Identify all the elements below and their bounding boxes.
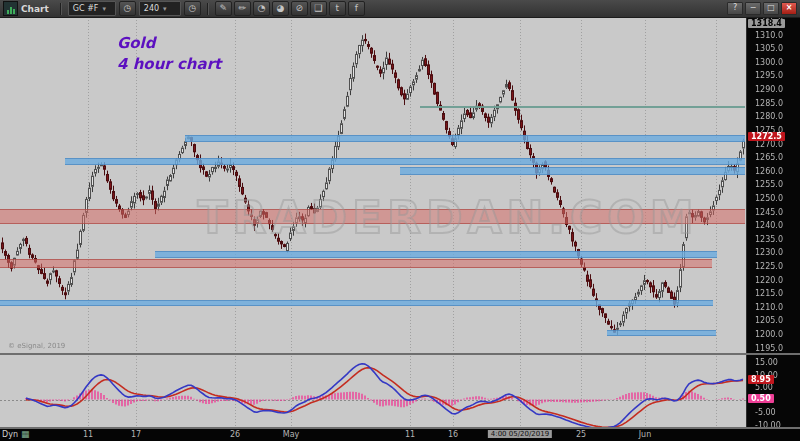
chevron-down-icon: ▾ — [163, 5, 167, 13]
red-supply-zone-1226[interactable] — [0, 259, 712, 268]
annotation-line1: Gold — [117, 33, 221, 54]
blue-resistance-zone-1260[interactable] — [400, 167, 745, 175]
toolbar-separator — [207, 3, 209, 15]
toolbar-separator — [60, 3, 62, 15]
help-button[interactable]: ? — [727, 2, 743, 15]
session-high-tag: 1318.4 — [748, 19, 785, 28]
chevron-down-icon: ▾ — [102, 5, 106, 13]
time-axis-label: Jun — [639, 430, 652, 439]
axis-label: 1195.0 — [755, 344, 783, 353]
axis-label: 1235.0 — [755, 235, 783, 244]
time-axis[interactable]: Dyn ▦ 111726May111625Jun4:00 05/20/2019 — [0, 429, 800, 441]
axis-label: 1255.0 — [755, 180, 783, 189]
pencil-icon[interactable]: ✎ — [215, 1, 232, 16]
axis-label: 1240.0 — [755, 221, 783, 230]
comment-icon[interactable]: ❑ — [310, 1, 327, 16]
circle-tool-icon[interactable]: ◔ — [253, 1, 270, 16]
facebook-icon[interactable]: f — [348, 1, 365, 16]
time-axis-label: May — [283, 430, 300, 439]
axis-label: 1300.0 — [755, 58, 783, 67]
symbol-select[interactable]: GC #F ▾ — [68, 1, 116, 16]
freehand-draw-icon[interactable]: ✏ — [234, 1, 251, 16]
axis-label: 1265.0 — [755, 153, 783, 162]
close-button[interactable]: × — [781, 2, 797, 15]
toolbar: Chart GC #F ▾ ◷ 240 ▾ ◷ ✎✏◔◕⊘❑tf ?−□× — [0, 0, 800, 18]
blue-support-zone-1229[interactable] — [155, 251, 717, 258]
symbol-value: GC #F — [73, 4, 99, 13]
axis-label: 1305.0 — [755, 44, 783, 53]
axis-label: 1310.0 — [755, 31, 783, 40]
app-title: Chart — [21, 4, 49, 14]
toolbar-left-group: Chart GC #F ▾ ◷ 240 ▾ ◷ ✎✏◔◕⊘❑tf — [0, 0, 365, 17]
axis-label: 1290.0 — [755, 85, 783, 94]
time-axis-label: 26 — [230, 430, 240, 439]
chart-annotation[interactable]: Gold 4 hour chart — [117, 33, 221, 75]
session-grid-icon: ▦ — [21, 430, 30, 439]
copyright-text: © eSignal, 2019 — [8, 342, 65, 350]
interval-value: 240 — [144, 4, 159, 13]
panel-separator[interactable] — [0, 353, 800, 355]
blue-resistance-zone-1264[interactable] — [65, 158, 745, 165]
teal-resistance-line-1283[interactable] — [420, 106, 745, 108]
time-template-icon[interactable]: ◷ — [119, 1, 136, 16]
axis-label: 1205.0 — [755, 316, 783, 325]
time-axis-label: 17 — [131, 430, 141, 439]
blue-support-zone-1211[interactable] — [0, 300, 713, 307]
axis-label: 1250.0 — [755, 194, 783, 203]
axis-label: -5.00 — [755, 408, 776, 417]
price-axis[interactable]: 1315.01310.01305.01300.01295.01290.01285… — [746, 17, 800, 429]
axis-label: 1215.0 — [755, 289, 783, 298]
twitter-icon[interactable]: t — [329, 1, 346, 16]
time-axis-label: 11 — [405, 430, 415, 439]
signal-line-tag: 8.95 — [748, 375, 774, 384]
axis-label: 1225.0 — [755, 262, 783, 271]
time-template-icon[interactable]: ◷ — [184, 1, 201, 16]
retracement-tool-icon[interactable]: ◕ — [272, 1, 289, 16]
axis-label: 1220.0 — [755, 276, 783, 285]
axis-label: 15.00 — [755, 358, 778, 367]
blue-support-zone-1200[interactable] — [607, 330, 716, 336]
axis-label: 1230.0 — [755, 248, 783, 257]
time-axis-label: 11 — [83, 430, 93, 439]
watermark: TRADERDAN.COM — [128, 192, 768, 243]
drawing-tools-group: ✎✏◔◕⊘❑tf — [215, 1, 365, 16]
axis-label: 1295.0 — [755, 71, 783, 80]
interval-select[interactable]: 240 ▾ — [139, 1, 181, 16]
axis-label: 1285.0 — [755, 99, 783, 108]
window-controls: ?−□× — [727, 2, 800, 15]
chart-app-icon — [3, 1, 18, 16]
axis-label: 1280.0 — [755, 112, 783, 121]
annotation-line2: 4 hour chart — [117, 54, 221, 75]
blue-resistance-zone-1272[interactable] — [185, 135, 745, 142]
axis-label: 1200.0 — [755, 330, 783, 339]
eraser-icon[interactable]: ⊘ — [291, 1, 308, 16]
selected-time-tag: 4:00 05/20/2019 — [488, 430, 552, 438]
histogram-tag: 0.50 — [748, 394, 774, 403]
dyn-label: Dyn — [2, 430, 18, 439]
minimize-button[interactable]: − — [745, 2, 761, 15]
time-axis-label: 25 — [576, 430, 586, 439]
maximize-button[interactable]: □ — [763, 2, 779, 15]
axis-label: 1210.0 — [755, 303, 783, 312]
time-axis-label: 16 — [448, 430, 458, 439]
last-price-tag: 1272.5 — [748, 132, 785, 141]
axis-label: 1245.0 — [755, 208, 783, 217]
axis-label: 1260.0 — [755, 167, 783, 176]
axis-label: 5.00 — [755, 383, 773, 392]
trading-app-window: { "window": { "controls": [ {"name": "he… — [0, 0, 800, 441]
axis-label: 1270.0 — [755, 140, 783, 149]
dyn-control[interactable]: Dyn ▦ — [2, 430, 29, 439]
